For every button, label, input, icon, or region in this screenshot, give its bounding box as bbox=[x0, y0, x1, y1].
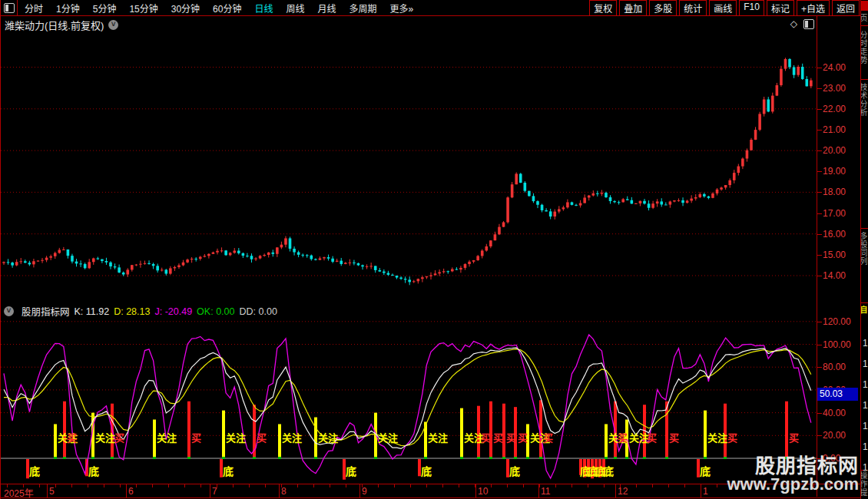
minor-tick bbox=[620, 484, 621, 487]
indicator-tick bbox=[817, 435, 822, 436]
price-tick-label: 21.00 bbox=[823, 125, 858, 134]
k-value: K: 11.92 bbox=[75, 306, 110, 317]
buy-label: 买 bbox=[481, 430, 491, 444]
indicator-name[interactable]: 股朋指标网 bbox=[22, 304, 70, 319]
strip-separator bbox=[861, 302, 868, 303]
minor-tick bbox=[604, 484, 605, 487]
minor-tick bbox=[136, 484, 137, 487]
price-tick-label: 14.00 bbox=[823, 271, 858, 280]
month-label-5: 5 bbox=[49, 486, 55, 497]
minor-tick bbox=[39, 484, 40, 487]
minor-tick bbox=[588, 484, 588, 487]
buy-label: 买 bbox=[506, 430, 516, 444]
strip-red-block bbox=[861, 1, 868, 11]
dd-value: DD: 0.00 bbox=[239, 306, 277, 317]
strip-highlight-tab[interactable]: 自 bbox=[861, 306, 868, 316]
attention-bar bbox=[314, 418, 317, 458]
green-dot bbox=[502, 457, 505, 459]
minor-tick bbox=[120, 484, 121, 487]
month-label-6: 6 bbox=[128, 486, 134, 497]
minor-tick bbox=[684, 484, 685, 487]
minor-tick bbox=[442, 484, 443, 487]
green-dot bbox=[665, 457, 668, 459]
attention-label: 关注 bbox=[282, 430, 302, 444]
green-dot bbox=[477, 457, 480, 459]
bottom-label: 底 bbox=[88, 463, 99, 478]
month-separator bbox=[615, 484, 616, 497]
attention-label: 关注 bbox=[226, 430, 246, 444]
price-tick-label: 18.00 bbox=[823, 187, 858, 197]
indicator-tick bbox=[817, 345, 822, 345]
green-dot bbox=[460, 457, 463, 459]
strip-tab-4[interactable]: 操作提示 bbox=[861, 471, 868, 499]
bottom-label: 底 bbox=[509, 463, 520, 478]
price-tick bbox=[817, 109, 822, 110]
indicator-tick-label: 100.00 bbox=[823, 340, 858, 349]
buy-label: 买 bbox=[789, 430, 799, 444]
minor-tick bbox=[7, 484, 8, 487]
minor-tick bbox=[652, 484, 653, 487]
strip-count: 1 bbox=[863, 359, 868, 369]
strip-separator bbox=[861, 25, 868, 26]
green-dot bbox=[614, 457, 617, 459]
minor-tick bbox=[281, 484, 282, 487]
buy-label: 买 bbox=[518, 430, 528, 444]
watermark-url: www.7gpzb.com bbox=[727, 476, 859, 493]
strip-tab-0[interactable]: 页面风格 bbox=[861, 14, 868, 24]
attention-bar bbox=[278, 424, 281, 458]
minor-tick bbox=[636, 484, 637, 487]
green-dot bbox=[539, 457, 542, 459]
minor-tick bbox=[394, 484, 395, 487]
price-tick bbox=[817, 276, 822, 276]
month-label-9: 9 bbox=[362, 486, 367, 497]
month-label-7: 7 bbox=[212, 486, 217, 497]
minor-tick bbox=[71, 484, 72, 487]
strip-tab-1[interactable]: 分时走势 bbox=[861, 31, 868, 78]
indicator-tick bbox=[817, 413, 822, 414]
side-tab-strip[interactable]: 页面风格分时走势技术分析多股同列操作提示自1111111 bbox=[861, 0, 868, 499]
buy-bar bbox=[785, 402, 788, 458]
price-tick bbox=[817, 150, 822, 151]
buy-label: 买 bbox=[543, 430, 553, 444]
month-label-11: 11 bbox=[541, 486, 550, 497]
strip-count: 1 bbox=[863, 441, 868, 452]
strip-count: 1 bbox=[863, 462, 868, 473]
buy-label: 买 bbox=[191, 430, 201, 444]
green-dot bbox=[424, 457, 427, 459]
buy-label: 买 bbox=[669, 430, 679, 444]
minor-tick bbox=[491, 484, 492, 487]
attention-bar bbox=[54, 424, 57, 458]
green-dot bbox=[724, 457, 727, 459]
strip-separator bbox=[861, 79, 868, 80]
price-tick-label: 23.00 bbox=[823, 84, 858, 93]
minor-tick bbox=[539, 484, 540, 487]
minor-tick bbox=[668, 484, 669, 487]
indicator-tick-label: 80.00 bbox=[823, 362, 858, 372]
strip-tab-2[interactable]: 技术分析 bbox=[861, 83, 868, 226]
buy-label: 买 bbox=[727, 430, 737, 444]
green-dot bbox=[526, 457, 529, 459]
month-label-10: 10 bbox=[478, 486, 488, 497]
green-dot bbox=[278, 457, 281, 459]
price-tick bbox=[817, 255, 822, 256]
action-button-返回[interactable]: 返回 bbox=[832, 0, 860, 16]
attention-bar bbox=[460, 408, 463, 458]
price-tick-label: 22.00 bbox=[823, 104, 858, 114]
indicator-header: ˅ 股朋指标网 K: 11.92 D: 28.13 J: -20.49 OK: … bbox=[1, 305, 815, 318]
strip-count: 1 bbox=[863, 400, 868, 411]
buy-label: 买 bbox=[114, 430, 124, 444]
year-label: 2025年 bbox=[4, 486, 34, 499]
buy-label: 买 bbox=[67, 430, 77, 444]
green-dot bbox=[187, 457, 190, 459]
green-dot bbox=[63, 457, 66, 459]
green-dot bbox=[374, 457, 377, 459]
minor-tick bbox=[378, 484, 379, 487]
green-dot bbox=[605, 457, 608, 459]
strip-tab-3[interactable]: 多股同列 bbox=[861, 232, 868, 301]
minor-tick bbox=[571, 484, 572, 487]
indicator-tick-label: 20.00 bbox=[823, 431, 858, 440]
indicator-collapse-icon[interactable]: ˅ bbox=[4, 306, 14, 316]
indicator-series bbox=[4, 335, 817, 480]
green-dot bbox=[625, 457, 628, 459]
minor-tick bbox=[168, 484, 169, 487]
